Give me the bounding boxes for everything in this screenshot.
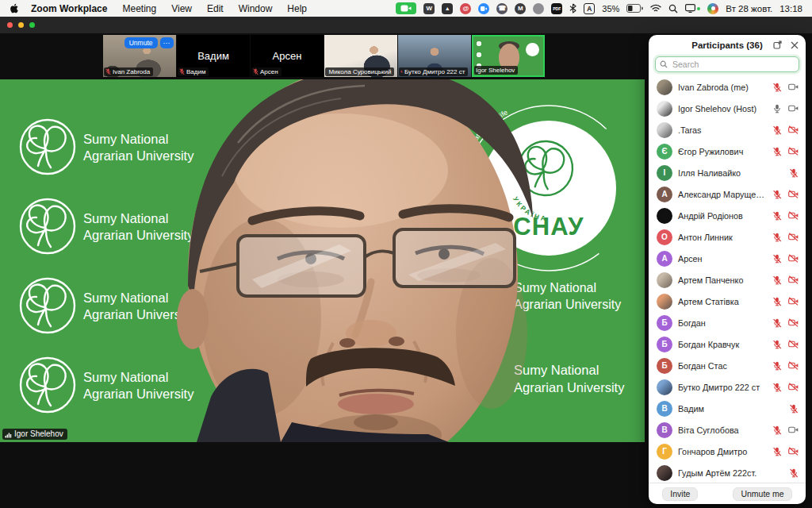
video-off-icon <box>788 447 799 456</box>
display-record-icon[interactable] <box>685 4 700 13</box>
avatar: І <box>657 165 672 181</box>
thumbnail-микола-суровицький[interactable]: Микола Суровицький <box>324 35 397 77</box>
fullscreen-window-button[interactable] <box>29 22 35 28</box>
avatar: А <box>657 187 672 202</box>
speaker-face <box>177 79 533 442</box>
thumbnail-name-label: Ivan Zabroda <box>104 67 153 76</box>
menu-item-help[interactable]: Help <box>287 3 307 14</box>
menu-item-edit[interactable]: Edit <box>207 3 224 14</box>
video-icon <box>788 425 799 434</box>
thumbnail-бутко-дмитро-222-ст[interactable]: Бутко Дмитро 222 ст <box>398 35 471 77</box>
participant-status-icons <box>772 275 799 285</box>
camera-active-icon[interactable] <box>396 2 416 14</box>
menu-item-zoom-workplace[interactable]: Zoom Workplace <box>31 3 107 14</box>
thumbnail-вадим[interactable]: ВадимВадим <box>177 35 250 77</box>
mic-muted-icon <box>772 340 782 349</box>
close-icon[interactable] <box>789 40 799 50</box>
mic-muted-icon <box>400 68 403 75</box>
menu-item-meeting[interactable]: Meeting <box>122 3 156 14</box>
participant-name: Андрій Родіонов <box>678 211 767 221</box>
participant-row[interactable]: Igor Shelehov (Host) <box>649 98 806 119</box>
main-speaker-video[interactable]: Sumy National Agrarian University Sumy N… <box>0 79 645 442</box>
participant-row[interactable]: Артем Панченко <box>649 269 806 291</box>
avatar: О <box>657 229 672 245</box>
participant-row[interactable]: Артем Статівка <box>649 291 806 312</box>
participant-status-icons <box>772 340 799 349</box>
wifi-icon[interactable] <box>650 4 661 13</box>
menu-date[interactable]: Вт 28 жовт. <box>726 4 772 13</box>
participant-row[interactable]: ААрсен <box>649 248 806 269</box>
mic-muted-icon <box>772 297 782 306</box>
participant-search-box[interactable] <box>655 56 799 72</box>
invite-button[interactable]: Invite <box>662 487 698 501</box>
speaker-name-tag: Igor Shelehov <box>2 429 67 440</box>
video-icon <box>788 83 799 91</box>
video-off-icon <box>788 318 799 327</box>
window-title-bar[interactable] <box>0 17 812 33</box>
participant-status-icons <box>772 447 799 456</box>
spotlight-icon[interactable] <box>668 4 678 13</box>
popout-icon[interactable] <box>772 40 783 50</box>
participant-row[interactable]: Гудым Артём 222ст. <box>649 462 806 483</box>
participant-row[interactable]: ББогдан Стас <box>649 355 806 376</box>
participant-row[interactable]: Ivan Zabroda (me) <box>649 76 806 98</box>
browser-icon[interactable] <box>707 3 718 14</box>
menu-time[interactable]: 13:18 <box>779 4 802 13</box>
participant-name: Бутко Дмитро 222 ст <box>678 383 767 392</box>
battery-percentage[interactable]: 35% <box>602 4 619 13</box>
thumbnail-арсен[interactable]: АрсенАрсен <box>251 35 324 77</box>
participant-row[interactable]: ББогдан Кравчук <box>649 333 806 355</box>
battery-icon[interactable] <box>626 4 643 13</box>
avatar <box>657 122 672 138</box>
zoom-app-icon[interactable] <box>478 3 489 14</box>
word-app-icon[interactable]: W <box>423 3 435 14</box>
video-off-icon <box>788 190 799 198</box>
mail-app-icon[interactable]: @ <box>460 3 471 14</box>
participant-name: Ілля Наливайко <box>678 168 783 178</box>
participant-row[interactable]: ААлександр Марущенко <box>649 183 806 205</box>
participant-row[interactable]: ІІлля Наливайко <box>649 162 806 183</box>
messenger-app-icon[interactable]: M <box>515 3 526 14</box>
video-icon <box>788 104 799 113</box>
thumbnail-name-label: Арсен <box>251 67 282 76</box>
participant-row[interactable]: Бутко Дмитро 222 ст <box>649 376 806 398</box>
bluetooth-icon[interactable] <box>569 3 576 13</box>
triangle-app-icon[interactable]: ▲ <box>442 3 453 14</box>
input-source-icon[interactable]: A <box>584 3 595 14</box>
thumbnail-ivan-zabroda[interactable]: Unmute⋯Ivan Zabroda <box>103 35 176 77</box>
participant-row[interactable]: ВВіта Суглобова <box>649 419 806 441</box>
mic-muted-icon <box>789 168 799 178</box>
participant-row[interactable]: Андрій Родіонов <box>649 205 806 226</box>
participant-name: Александр Марущенко <box>678 190 767 199</box>
participant-row[interactable]: ВВадим <box>649 398 806 419</box>
thumbnail-more-button[interactable]: ⋯ <box>160 37 174 48</box>
search-icon <box>660 60 668 68</box>
apple-icon[interactable] <box>10 3 20 13</box>
svg-text:Agrarian University: Agrarian University <box>514 380 625 394</box>
viber-app-icon[interactable]: ☎ <box>496 3 508 14</box>
video-off-icon <box>788 147 799 156</box>
thumbnail-igor-shelehov[interactable]: Igor Shelehov <box>472 35 545 77</box>
participant-row[interactable]: .Taras <box>649 119 806 140</box>
unmute-me-button[interactable]: Unmute me <box>733 487 791 501</box>
menu-item-view[interactable]: View <box>171 3 192 14</box>
search-input[interactable] <box>671 59 795 70</box>
thumbnail-unmute-button[interactable]: Unmute <box>124 37 158 48</box>
generic-app-icon[interactable] <box>533 3 544 14</box>
participant-row[interactable]: ББогдан <box>649 312 806 333</box>
participant-row[interactable]: ГГончаров Дмитро <box>649 441 806 462</box>
participant-row[interactable]: ОАнтон Линник <box>649 226 806 248</box>
minimize-window-button[interactable] <box>18 22 24 28</box>
participant-row[interactable]: ЄЄгор Ружилович <box>649 140 806 162</box>
pdf-app-icon[interactable]: PDF <box>551 3 562 14</box>
mic-muted-icon <box>772 125 782 135</box>
participants-header: Participants (36) <box>649 35 806 55</box>
menu-items: Zoom WorkplaceMeetingViewEditWindowHelp <box>31 3 322 14</box>
avatar <box>657 208 672 224</box>
svg-text:Sumy National: Sumy National <box>514 363 599 377</box>
thumbnail-name-label: Бутко Дмитро 222 ст <box>399 67 468 76</box>
menu-item-window[interactable]: Window <box>239 3 273 14</box>
avatar <box>657 272 672 288</box>
close-window-button[interactable] <box>7 22 13 28</box>
participants-list[interactable]: Ivan Zabroda (me)Igor Shelehov (Host).Ta… <box>649 75 806 483</box>
